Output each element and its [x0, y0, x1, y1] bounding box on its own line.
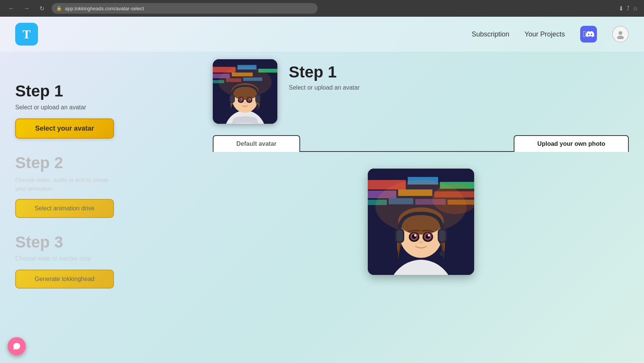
discord-icon: 	[583, 29, 586, 39]
avatar-grid	[213, 161, 629, 283]
step3-section: Step 3 Choose wide or narrow crop Genera…	[15, 233, 198, 289]
svg-point-57	[428, 234, 430, 237]
discord-button[interactable]: 	[580, 26, 597, 43]
svg-rect-29	[256, 95, 260, 102]
back-button[interactable]: ←	[6, 3, 17, 14]
subscription-link[interactable]: Subscription	[472, 30, 510, 38]
svg-point-47	[398, 207, 444, 235]
forward-button[interactable]: →	[21, 3, 32, 14]
svg-point-30	[256, 107, 259, 110]
tabs-container: Default avatar Upload your own photo	[213, 135, 629, 152]
svg-rect-60	[397, 230, 403, 241]
chat-bubble-button[interactable]	[8, 337, 26, 355]
right-panel: Step 1 Select or upload an avatar Defaul…	[213, 59, 629, 348]
svg-point-62	[440, 251, 445, 256]
lock-icon: 🔒	[56, 6, 62, 11]
svg-point-25	[250, 99, 251, 100]
user-icon	[616, 29, 625, 39]
main-avatar-display[interactable]	[368, 169, 474, 275]
step3-description: Choose wide or narrow crop	[15, 255, 198, 262]
your-projects-link[interactable]: Your Projects	[525, 30, 565, 38]
logo-text: T	[22, 27, 30, 41]
left-panel: Step 1 Select or upload an avatar Select…	[15, 59, 198, 348]
url-text: app.tokkingheads.com/avatar-select	[65, 6, 144, 11]
step-info: Step 1 Select or upload an avatar	[289, 59, 360, 91]
step1-right-description: Select or upload an avatar	[289, 84, 360, 91]
step2-title: Step 2	[15, 154, 198, 172]
step2-section: Step 2 Choose video, audio or text to cr…	[15, 154, 198, 218]
step3-title: Step 3	[15, 233, 198, 251]
star-icon[interactable]: ☆	[633, 5, 638, 12]
svg-point-0	[619, 31, 622, 35]
header: T Subscription Your Projects 	[0, 17, 644, 52]
svg-point-1	[617, 36, 624, 39]
browser-chrome: ← → ↻ 🔒 app.tokkingheads.com/avatar-sele…	[0, 0, 644, 17]
chat-icon	[13, 342, 21, 350]
avatar-preview-small	[213, 59, 277, 124]
svg-rect-28	[230, 95, 234, 102]
avatar-small-svg	[213, 59, 277, 124]
svg-point-24	[241, 99, 242, 100]
svg-rect-61	[439, 230, 445, 241]
browser-action-buttons: ⬇ ⤴ ☆	[619, 5, 638, 12]
step2-description: Choose video, audio or text to create yo…	[15, 176, 198, 193]
select-avatar-button[interactable]: Select your avatar	[15, 118, 114, 139]
step1-section: Step 1 Select or upload an avatar Select…	[15, 82, 198, 139]
svg-point-56	[414, 234, 416, 237]
nav-links: Subscription Your Projects 	[472, 26, 629, 43]
main-content: Step 1 Select or upload an avatar Select…	[0, 52, 644, 363]
user-avatar[interactable]	[612, 26, 629, 43]
app-container: T Subscription Your Projects 	[0, 17, 644, 363]
step2-desc-part1: Choose video, audio or text to create	[15, 177, 108, 183]
generate-button[interactable]: Generate tokkinghead	[15, 270, 114, 289]
download-icon[interactable]: ⬇	[619, 5, 623, 12]
step2-desc-part2: your animation	[15, 185, 52, 192]
step1-description: Select or upload an avatar	[15, 104, 198, 111]
step1-title: Step 1	[15, 82, 198, 100]
upload-tab[interactable]: Upload your own photo	[514, 135, 629, 152]
default-avatar-tab[interactable]: Default avatar	[213, 135, 300, 152]
reload-button[interactable]: ↻	[36, 3, 47, 14]
address-bar[interactable]: 🔒 app.tokkingheads.com/avatar-select	[52, 3, 318, 14]
discord-svg	[586, 31, 594, 37]
logo[interactable]: T	[15, 23, 38, 46]
share-icon[interactable]: ⤴	[627, 5, 630, 12]
step1-right-title: Step 1	[289, 63, 360, 81]
avatar-step-header: Step 1 Select or upload an avatar	[213, 59, 629, 124]
select-animation-button[interactable]: Select animation drive	[15, 199, 114, 218]
main-avatar-svg	[368, 169, 474, 275]
